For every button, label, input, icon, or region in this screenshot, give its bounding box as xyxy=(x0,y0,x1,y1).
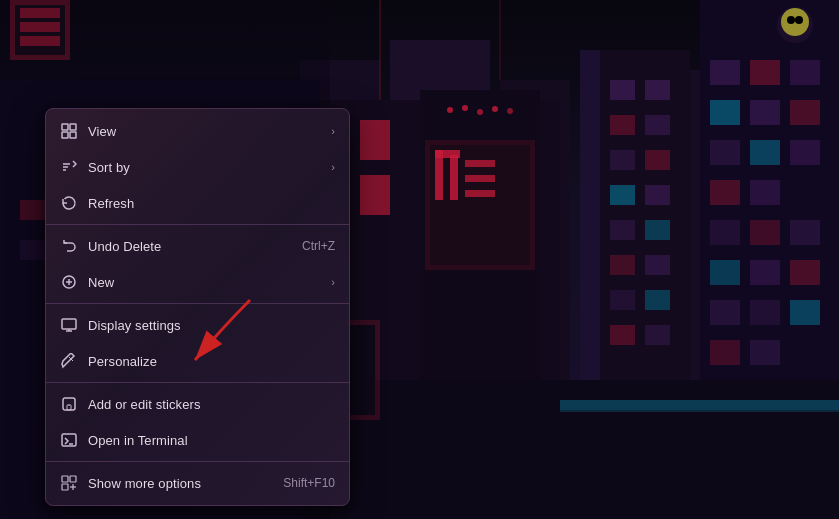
svg-rect-35 xyxy=(645,255,670,275)
svg-rect-99 xyxy=(70,124,76,130)
svg-rect-11 xyxy=(360,175,390,215)
svg-rect-39 xyxy=(645,325,670,345)
menu-divider-4 xyxy=(46,461,349,462)
svg-rect-26 xyxy=(610,115,635,135)
refresh-icon xyxy=(60,194,78,212)
chevron-right-icon: › xyxy=(331,125,335,137)
svg-rect-31 xyxy=(645,185,670,205)
menu-item-new-label: New xyxy=(88,275,114,290)
svg-rect-37 xyxy=(645,290,670,310)
menu-item-show-more-options[interactable]: Show more options Shift+F10 xyxy=(46,465,349,501)
svg-rect-40 xyxy=(710,60,740,85)
menu-item-sort[interactable]: Sort by › xyxy=(46,149,349,185)
chevron-right-icon-new: › xyxy=(331,276,335,288)
svg-rect-100 xyxy=(62,132,68,138)
svg-rect-56 xyxy=(790,260,820,285)
menu-item-display-settings[interactable]: Display settings xyxy=(46,307,349,343)
svg-point-94 xyxy=(507,108,513,114)
svg-rect-53 xyxy=(790,220,820,245)
svg-rect-9 xyxy=(360,120,390,160)
svg-point-69 xyxy=(781,8,809,36)
svg-rect-116 xyxy=(70,476,76,482)
svg-rect-50 xyxy=(750,180,780,205)
undo-icon xyxy=(60,237,78,255)
svg-rect-98 xyxy=(62,124,68,130)
menu-item-personalize-label: Personalize xyxy=(88,354,157,369)
svg-point-91 xyxy=(462,105,468,111)
show-more-shortcut: Shift+F10 xyxy=(283,476,335,490)
svg-rect-57 xyxy=(710,300,740,325)
svg-rect-89 xyxy=(560,410,839,412)
svg-rect-38 xyxy=(610,325,635,345)
chevron-right-icon-sort: › xyxy=(331,161,335,173)
new-icon xyxy=(60,273,78,291)
svg-rect-29 xyxy=(645,150,670,170)
menu-item-refresh[interactable]: Refresh xyxy=(46,185,349,221)
svg-point-92 xyxy=(477,109,483,115)
svg-rect-20 xyxy=(465,175,495,182)
svg-rect-117 xyxy=(62,484,68,490)
svg-rect-112 xyxy=(63,398,75,410)
svg-rect-41 xyxy=(750,60,780,85)
menu-item-refresh-label: Refresh xyxy=(88,196,134,211)
grid-icon xyxy=(60,122,78,140)
menu-item-sort-label: Sort by xyxy=(88,160,130,175)
menu-item-display-label: Display settings xyxy=(88,318,181,333)
svg-rect-25 xyxy=(645,80,670,100)
svg-rect-45 xyxy=(790,100,820,125)
svg-rect-19 xyxy=(465,160,495,167)
svg-rect-108 xyxy=(62,319,76,329)
menu-item-show-more-label: Show more options xyxy=(88,476,201,491)
menu-item-terminal[interactable]: Open in Terminal xyxy=(46,422,349,458)
menu-item-stickers[interactable]: Add or edit stickers xyxy=(46,386,349,422)
svg-rect-101 xyxy=(70,132,76,138)
svg-rect-51 xyxy=(710,220,740,245)
svg-rect-17 xyxy=(450,155,458,200)
menu-item-personalize[interactable]: Personalize xyxy=(46,343,349,379)
menu-item-terminal-label: Open in Terminal xyxy=(88,433,188,448)
svg-rect-21 xyxy=(465,190,495,197)
menu-item-view-label: View xyxy=(88,124,116,139)
svg-rect-59 xyxy=(790,300,820,325)
svg-rect-24 xyxy=(610,80,635,100)
svg-rect-36 xyxy=(610,290,635,310)
display-icon xyxy=(60,316,78,334)
svg-rect-43 xyxy=(710,100,740,125)
svg-rect-28 xyxy=(610,150,635,170)
menu-item-stickers-label: Add or edit stickers xyxy=(88,397,201,412)
svg-rect-34 xyxy=(610,255,635,275)
svg-rect-42 xyxy=(790,60,820,85)
svg-rect-52 xyxy=(750,220,780,245)
svg-point-93 xyxy=(492,106,498,112)
svg-rect-49 xyxy=(710,180,740,205)
menu-item-new[interactable]: New › xyxy=(46,264,349,300)
context-menu: View › Sort by › xyxy=(45,108,350,506)
menu-item-undo-delete[interactable]: Undo Delete Ctrl+Z xyxy=(46,228,349,264)
svg-rect-60 xyxy=(710,340,740,365)
terminal-icon xyxy=(60,431,78,449)
svg-rect-58 xyxy=(750,300,780,325)
menu-divider-3 xyxy=(46,382,349,383)
svg-rect-27 xyxy=(645,115,670,135)
svg-point-90 xyxy=(447,107,453,113)
personalize-icon xyxy=(60,352,78,370)
svg-rect-48 xyxy=(790,140,820,165)
svg-rect-18 xyxy=(435,150,460,158)
svg-rect-54 xyxy=(710,260,740,285)
svg-rect-61 xyxy=(750,340,780,365)
svg-rect-115 xyxy=(62,476,68,482)
menu-item-undo-label: Undo Delete xyxy=(88,239,161,254)
sticker-icon xyxy=(60,395,78,413)
svg-rect-33 xyxy=(645,220,670,240)
menu-divider-2 xyxy=(46,303,349,304)
more-options-icon xyxy=(60,474,78,492)
svg-rect-47 xyxy=(750,140,780,165)
menu-item-view[interactable]: View › xyxy=(46,113,349,149)
svg-point-71 xyxy=(795,16,803,24)
svg-point-70 xyxy=(787,16,795,24)
svg-rect-55 xyxy=(750,260,780,285)
svg-rect-46 xyxy=(710,140,740,165)
sort-icon xyxy=(60,158,78,176)
svg-rect-44 xyxy=(750,100,780,125)
undo-shortcut: Ctrl+Z xyxy=(302,239,335,253)
